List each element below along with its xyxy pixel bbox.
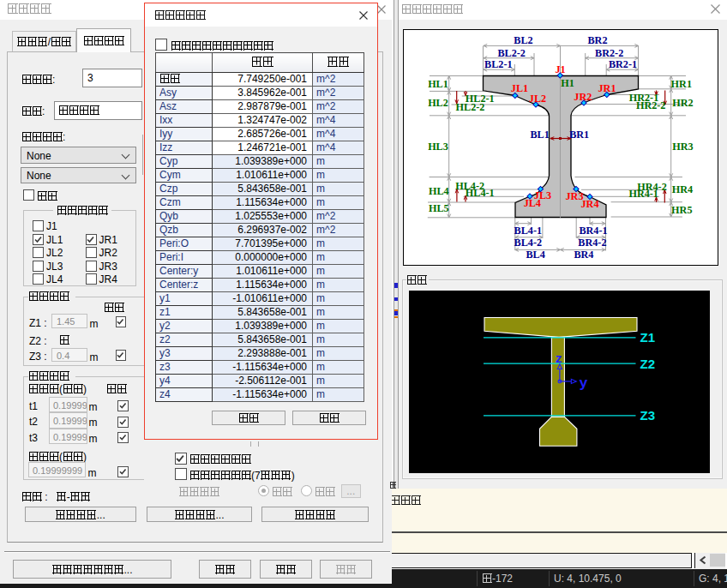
svg-text:BR4: BR4 — [574, 249, 593, 261]
svg-text:JR4: JR4 — [581, 198, 599, 210]
svg-text:BL4: BL4 — [526, 249, 544, 261]
svg-text:Z3: Z3 — [640, 408, 656, 423]
svg-text:BL4-1: BL4-1 — [514, 225, 543, 237]
svg-text:JR2: JR2 — [574, 91, 592, 103]
svg-text:JL4: JL4 — [524, 197, 541, 209]
svg-text:BR1: BR1 — [569, 129, 589, 141]
svg-text:y: y — [580, 375, 588, 392]
svg-text:HR2-2: HR2-2 — [636, 99, 666, 111]
svg-text:BL4-2: BL4-2 — [514, 237, 543, 249]
svg-text:JL2: JL2 — [529, 93, 546, 105]
svg-text:BL1: BL1 — [530, 129, 549, 141]
svg-text:HL4: HL4 — [429, 185, 449, 197]
svg-text:HR4-1: HR4-1 — [628, 188, 658, 200]
svg-text:BR4-1: BR4-1 — [579, 225, 607, 237]
svg-text:HR2: HR2 — [672, 97, 693, 109]
svg-text:HR3: HR3 — [672, 141, 693, 153]
svg-text:BR2: BR2 — [587, 34, 607, 46]
svg-text:HL4-1: HL4-1 — [466, 187, 495, 199]
svg-text:H1: H1 — [561, 77, 574, 89]
svg-text:HL2: HL2 — [428, 97, 448, 109]
svg-text:HL3: HL3 — [428, 141, 448, 153]
svg-text:BR4-2: BR4-2 — [578, 237, 606, 249]
svg-text:BL2: BL2 — [514, 34, 532, 46]
svg-text:BR2-2: BR2-2 — [595, 47, 623, 59]
svg-text:JR1: JR1 — [598, 82, 616, 94]
svg-text:HR1: HR1 — [671, 78, 692, 90]
svg-text:JL1: JL1 — [511, 82, 528, 94]
svg-text:HL1: HL1 — [428, 78, 448, 90]
svg-text:HR5: HR5 — [671, 204, 692, 216]
svg-text:HL5: HL5 — [429, 202, 449, 214]
svg-text:z: z — [556, 352, 563, 366]
svg-text:J1: J1 — [556, 63, 566, 75]
svg-text:HL2-2: HL2-2 — [456, 101, 485, 113]
svg-text:Z2: Z2 — [640, 357, 656, 371]
svg-text:BL2-2: BL2-2 — [497, 47, 526, 59]
svg-text:Z1: Z1 — [640, 330, 656, 345]
svg-text:BL2-1: BL2-1 — [484, 58, 513, 70]
svg-text:BR2-1: BR2-1 — [609, 58, 637, 70]
svg-text:HR4: HR4 — [672, 183, 693, 195]
